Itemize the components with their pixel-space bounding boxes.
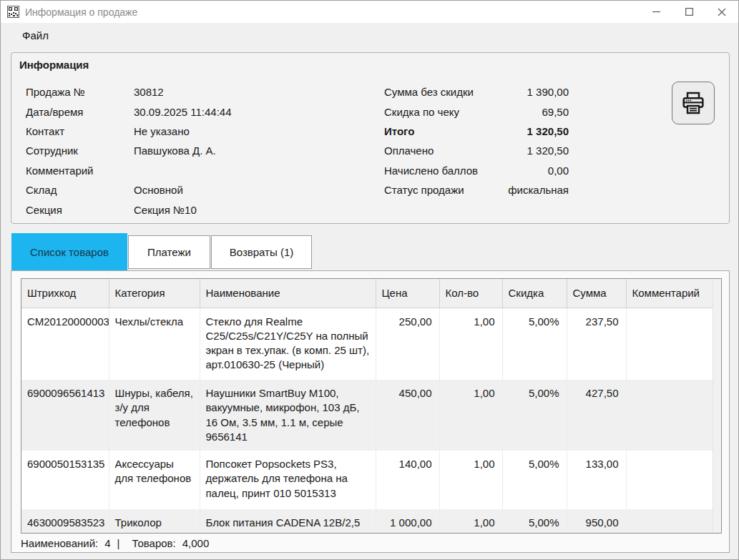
info-right-value: 0,00 [548, 164, 569, 177]
cell-barcode: 4630009583523 [21, 509, 109, 534]
info-left-row: КонтактНе указано [26, 122, 232, 141]
tab-bar: Список товаровПлатежиВозвраты (1) [11, 233, 312, 270]
info-left-label: Продажа № [26, 86, 134, 98]
cell-qty: 1,00 [439, 451, 502, 509]
cell-price: 250,00 [376, 308, 439, 380]
cell-name: Наушники SmartBuy M100, вакуумные, микро… [200, 380, 376, 451]
printer-icon [679, 89, 708, 117]
menu-bar: Файл [1, 23, 738, 47]
tab-content-panel: ШтрихкодКатегорияНаименованиеЦенаКол-воС… [11, 270, 730, 553]
column-header-name[interactable]: Наименование [200, 279, 376, 308]
items-grid: ШтрихкодКатегорияНаименованиеЦенаКол-воС… [21, 278, 722, 534]
minimize-button[interactable] [640, 1, 672, 23]
tab-payments[interactable]: Платежи [128, 235, 210, 269]
info-left-value: 30812 [134, 86, 164, 98]
info-right-label: Статус продажи [384, 184, 464, 196]
info-right-row: Оплачено1 320,50 [384, 141, 569, 160]
info-right-value: 1 320,50 [527, 125, 569, 137]
info-left-column: Продажа №30812Дата/время30.09.2025 11:44… [26, 82, 232, 220]
table-footer: Наименований: 4 | Товаров: 4,000 [21, 537, 209, 549]
table-row[interactable]: 4630009583523ТриколорБлок питания CADENA… [21, 509, 713, 534]
cell-barcode: 6900050153135 [21, 451, 109, 509]
items-table: ШтрихкодКатегорияНаименованиеЦенаКол-воС… [21, 279, 713, 534]
table-row[interactable]: СМ20120000003Чехлы/стеклаСтекло для Real… [21, 308, 713, 380]
cell-name: Блок питания CADENA 12В/2,5 [200, 509, 376, 534]
info-right-value: фискальная [508, 184, 569, 196]
table-row[interactable]: 6900050153135Аксессуары для телефоновПоп… [21, 451, 713, 509]
info-right-value: 1 390,00 [527, 86, 569, 98]
info-left-value: Основной [134, 184, 183, 196]
app-window: Информация о продаже Файл Информация Про… [0, 0, 739, 560]
maximize-button[interactable] [672, 1, 705, 23]
table-body: СМ20120000003Чехлы/стеклаСтекло для Real… [21, 308, 713, 534]
cell-category: Аксессуары для телефонов [109, 451, 200, 509]
cell-sum: 133,00 [567, 451, 626, 509]
info-right-label: Сумма без скидки [384, 86, 474, 98]
info-right-label: Скидка по чеку [384, 106, 459, 118]
info-right-value: 69,50 [542, 106, 569, 118]
cell-comment [626, 509, 713, 534]
info-left-label: Склад [26, 184, 134, 196]
print-button[interactable] [672, 82, 715, 124]
cell-barcode: 6900096561413 [21, 380, 109, 451]
cell-category: Триколор [109, 509, 200, 534]
table-row[interactable]: 6900096561413Шнуры, кабеля, з/у для теле… [21, 380, 713, 451]
qr-code-icon [7, 6, 19, 18]
cell-price: 140,00 [376, 451, 439, 509]
info-left-value: Не указано [134, 125, 190, 137]
goods-count-value: 4,000 [182, 537, 210, 549]
info-left-label: Дата/время [26, 106, 134, 118]
info-right-row: Итого1 320,50 [384, 122, 569, 141]
goods-count-label: Товаров: [132, 537, 175, 549]
column-header-price[interactable]: Цена [376, 279, 439, 308]
cell-sum: 427,50 [567, 380, 626, 451]
cell-name: Стекло для Realme C25/C25s/C21Y/C25Y на … [200, 308, 376, 380]
menu-file[interactable]: Файл [15, 26, 56, 45]
table-header-row: ШтрихкодКатегорияНаименованиеЦенаКол-воС… [21, 279, 713, 308]
cell-name: Попсокет Popsockets PS3, держатель для т… [200, 451, 376, 509]
cell-sum: 950,00 [567, 509, 626, 534]
info-right-row: Скидка по чеку69,50 [384, 102, 569, 121]
cell-comment [626, 308, 713, 380]
cell-sum: 237,50 [567, 308, 626, 380]
window-controls [640, 1, 738, 23]
table-scrollbar[interactable] [713, 279, 721, 533]
cell-category: Чехлы/стекла [109, 308, 200, 380]
info-right-label: Оплачено [384, 144, 434, 157]
cell-price: 1 000,00 [376, 509, 439, 534]
column-header-comment[interactable]: Комментарий [626, 279, 713, 308]
window-title: Информация о продаже [25, 6, 137, 18]
info-right-row: Сумма без скидки1 390,00 [384, 82, 569, 102]
info-left-row: Продажа №30812 [26, 82, 232, 102]
info-right-value: 1 320,50 [527, 144, 569, 157]
cell-discount: 5,00% [502, 451, 567, 509]
info-left-row: СекцияСекция №10 [26, 200, 232, 219]
cell-comment [626, 380, 713, 451]
info-right-column: Сумма без скидки1 390,00Скидка по чеку69… [384, 82, 569, 200]
info-left-row: СотрудникПавшукова Д. А. [26, 141, 232, 160]
info-left-label: Сотрудник [26, 144, 134, 157]
column-header-discount[interactable]: Скидка [502, 279, 567, 308]
info-right-row: Статус продажифискальная [384, 180, 569, 200]
cell-qty: 1,00 [439, 308, 502, 380]
tab-items-list[interactable]: Список товаров [11, 233, 127, 270]
close-button[interactable] [705, 1, 738, 23]
cell-qty: 1,00 [439, 509, 502, 534]
info-right-row: Начислено баллов0,00 [384, 161, 569, 180]
column-header-qty[interactable]: Кол-во [439, 279, 502, 308]
info-groupbox: Информация Продажа №30812Дата/время30.09… [11, 52, 730, 224]
info-left-value: Секция №10 [134, 204, 197, 216]
tab-returns[interactable]: Возвраты (1) [211, 235, 312, 269]
info-left-row: Дата/время30.09.2025 11:44:44 [26, 102, 232, 121]
info-left-row: Комментарий [26, 161, 232, 180]
info-title: Информация [19, 59, 89, 71]
column-header-category[interactable]: Категория [109, 279, 200, 308]
info-left-label: Комментарий [26, 164, 134, 177]
cell-category: Шнуры, кабеля, з/у для телефонов [109, 380, 200, 451]
title-bar: Информация о продаже [1, 1, 738, 23]
items-count-value: 4 [104, 537, 110, 549]
column-header-barcode[interactable]: Штрихкод [21, 279, 109, 308]
info-left-row: СкладОсновной [26, 180, 232, 200]
cell-comment [626, 451, 713, 509]
column-header-sum[interactable]: Сумма [567, 279, 626, 308]
